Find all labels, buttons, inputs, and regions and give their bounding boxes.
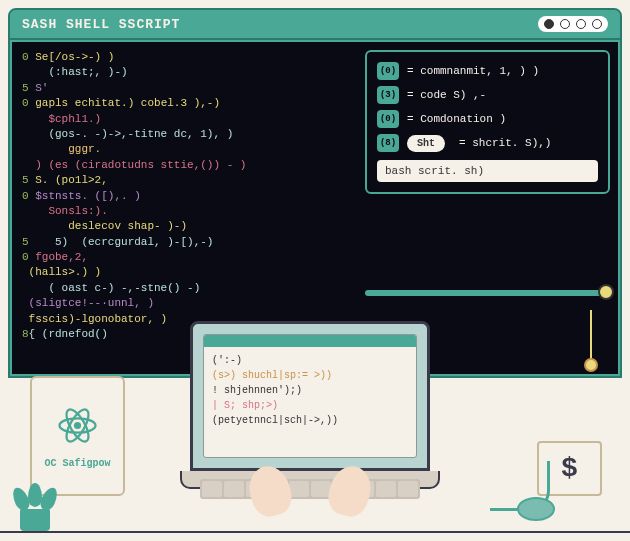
- code-text: 5) (ecrcgurdal, )-[),-): [29, 236, 214, 248]
- code-text: Se[/os->-) ): [29, 51, 115, 63]
- code-text: (:hast;, )-): [22, 66, 128, 78]
- window-controls: [538, 16, 608, 32]
- titlebar: SASH SHELL SSCRIPT: [10, 10, 620, 40]
- line-num: 0: [22, 51, 29, 63]
- line-num: 8: [22, 328, 29, 340]
- code-text: ( oast c-) -,-stne() -): [22, 282, 200, 294]
- code-text: gapls echitat.) cobel.3 ),-): [29, 97, 220, 109]
- code-text: deslecov shap- )-): [22, 220, 187, 232]
- code-text: S. (po1l>2,: [29, 174, 108, 186]
- control-dot[interactable]: [544, 19, 554, 29]
- dollar-icon: $: [561, 453, 578, 484]
- line-num: 5: [22, 82, 29, 94]
- slider-ball: [584, 358, 598, 372]
- laptop-line: (petyetnncl|sch|->,)): [212, 413, 408, 428]
- hand-right: [324, 462, 376, 521]
- slider-cord: [590, 310, 592, 360]
- laptop-line: ! shjehnnen');): [212, 383, 408, 398]
- laptop-line: (':-): [212, 353, 408, 368]
- panel-text: = code S) ,-: [407, 89, 486, 101]
- desk-line: [0, 531, 630, 533]
- slider-thumb[interactable]: [598, 284, 614, 300]
- panel-text: = Comdonation ): [407, 113, 506, 125]
- line-num: 5: [22, 174, 29, 186]
- laptop-line: | S; shp;>): [212, 400, 278, 411]
- control-dot[interactable]: [576, 19, 586, 29]
- code-text: (gos-. -)->,-titne dc, 1), ): [22, 128, 233, 140]
- panel-text: = commnanmit, 1, ) ): [407, 65, 539, 77]
- panel-badge: (0): [377, 110, 399, 128]
- panel-row: (0) = Comdonation ): [377, 110, 598, 128]
- laptop-editor: (':-) (s>) shuchl|sp:= >)) ! shjehnnen')…: [203, 334, 417, 458]
- code-text: ) (es (ciradotudns sttie,()) - ): [22, 159, 246, 171]
- laptop-code: (':-) (s>) shuchl|sp:= >)) ! shjehnnen')…: [212, 353, 408, 428]
- slider-track[interactable]: [365, 290, 610, 296]
- panel-badge: (0): [377, 62, 399, 80]
- panel-input[interactable]: bash scrit. sh): [377, 160, 598, 182]
- plant-icon: [10, 471, 60, 531]
- svg-point-3: [74, 422, 81, 429]
- code-text: $cphl1.): [22, 113, 101, 125]
- hands: [250, 466, 370, 526]
- code-text: Sonsls:).: [22, 205, 108, 217]
- hand-left: [244, 462, 296, 521]
- line-num: 0: [22, 251, 29, 263]
- code-text: fgobe,2,: [29, 251, 88, 263]
- panel-badge: (8): [377, 134, 399, 152]
- mouse-icon: [517, 497, 555, 521]
- panel-row: (0) = commnanmit, 1, ) ): [377, 62, 598, 80]
- code-text: S': [29, 82, 49, 94]
- control-dot[interactable]: [592, 19, 602, 29]
- code-text: $stnsts. ([),. ): [29, 190, 141, 202]
- laptop-titlebar: [204, 335, 416, 347]
- window-title: SASH SHELL SSCRIPT: [22, 17, 180, 32]
- code-text: (sligtce!--·unnl, ): [22, 297, 154, 309]
- side-panel: (0) = commnanmit, 1, ) ) (3) = code S) ,…: [365, 50, 610, 194]
- control-dot[interactable]: [560, 19, 570, 29]
- code-text: { (rdnefod(): [29, 328, 108, 340]
- code-text: fsscis)-lgonobator, ): [22, 313, 167, 325]
- code-text: (halls>.) ): [22, 266, 101, 278]
- badge-label: OC Safigpow: [44, 458, 110, 469]
- laptop-line: (s>) shuchl|sp:= >)): [212, 370, 332, 381]
- code-text: gggr.: [22, 143, 101, 155]
- panel-pill[interactable]: Sht: [407, 135, 445, 152]
- line-num: 5: [22, 236, 29, 248]
- panel-badge: (3): [377, 86, 399, 104]
- laptop-screen: (':-) (s>) shuchl|sp:= >)) ! shjehnnen')…: [190, 321, 430, 471]
- panel-row: (3) = code S) ,-: [377, 86, 598, 104]
- line-num: 0: [22, 97, 29, 109]
- line-num: 0: [22, 190, 29, 202]
- atom-icon: [55, 403, 100, 448]
- panel-row: (8) Sht = shcrit. S),): [377, 134, 598, 152]
- panel-text: = shcrit. S),): [459, 137, 551, 149]
